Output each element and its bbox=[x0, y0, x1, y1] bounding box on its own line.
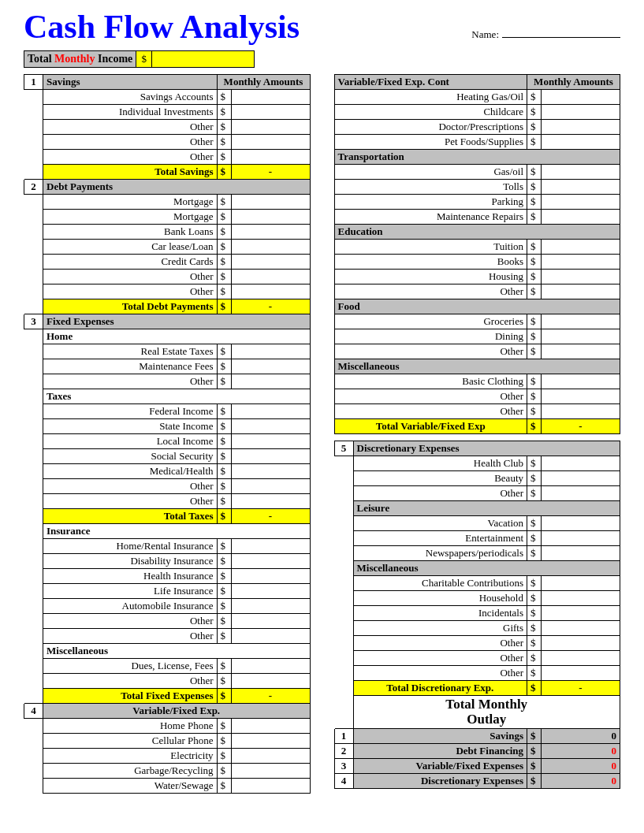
section-header-fixed: Fixed Expenses bbox=[43, 314, 311, 329]
right-table-2: 5Discretionary Expenses Health Club$ Bea… bbox=[334, 441, 621, 789]
section-header-variable: Variable/Fixed Exp. bbox=[43, 704, 311, 719]
section-header-discretionary: Discretionary Expenses bbox=[353, 441, 620, 456]
section-header-debt: Debt Payments bbox=[43, 180, 311, 195]
outlay-discretionary: Discretionary Expenses bbox=[353, 774, 527, 789]
total-taxes: Total Taxes bbox=[43, 509, 218, 524]
line-item: Savings Accounts bbox=[43, 90, 218, 105]
page-title: Cash Flow Analysis bbox=[24, 8, 300, 46]
total-monthly-income: Total Monthly Income $ bbox=[24, 50, 620, 68]
name-field[interactable]: Name: bbox=[471, 28, 620, 46]
total-debt: Total Debt Payments bbox=[43, 299, 218, 314]
amount-input[interactable] bbox=[231, 90, 310, 105]
section-number: 1 bbox=[24, 75, 43, 90]
section-header-cont: Variable/Fixed Exp. Cont bbox=[334, 75, 527, 90]
outlay-debt: Debt Financing bbox=[353, 744, 527, 759]
outlay-savings: Savings bbox=[353, 729, 527, 744]
left-table: 1 Savings Monthly Amounts Savings Accoun… bbox=[24, 74, 311, 794]
outlay-variable: Variable/Fixed Expenses bbox=[353, 759, 527, 774]
total-fixed: Total Fixed Expenses bbox=[43, 689, 218, 704]
right-table: Variable/Fixed Exp. Cont Monthly Amounts… bbox=[334, 74, 621, 434]
total-monthly-outlay-header: Total MonthlyOutlay bbox=[353, 696, 620, 729]
total-savings: Total Savings bbox=[43, 165, 218, 180]
income-input[interactable] bbox=[152, 50, 255, 68]
section-header-savings: Savings bbox=[43, 75, 218, 90]
total-discretionary: Total Discretionary Exp. bbox=[353, 681, 527, 696]
total-variable-fixed: Total Variable/Fixed Exp bbox=[334, 419, 527, 434]
